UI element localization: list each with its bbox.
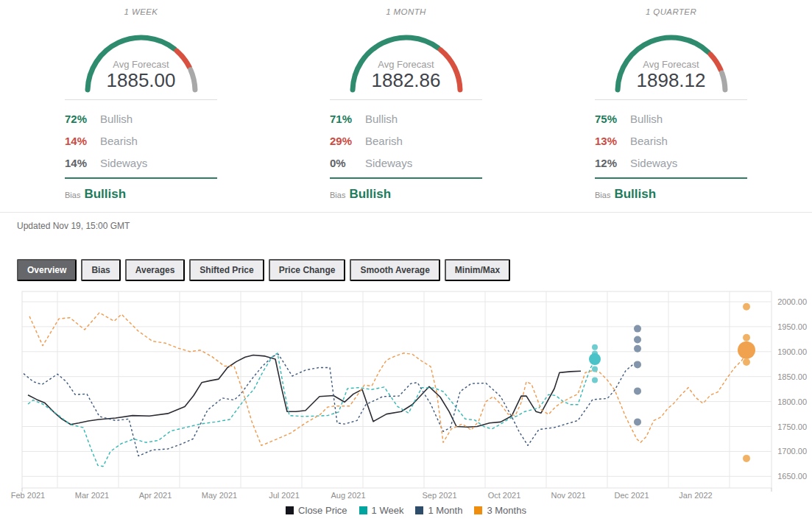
bias-value: Bullish (614, 187, 656, 201)
svg-text:1950.00: 1950.00 (777, 322, 807, 331)
bearish-row: 29% Bearish (330, 130, 482, 152)
gauge-wrap: Avg Forecast 1882.86 (333, 20, 480, 95)
forecast-poll-widget: 1 WEEK Avg Forecast 1885.00 72% Bullish … (0, 0, 812, 524)
sideways-label: Sideways (100, 157, 147, 169)
series-1-week (28, 353, 594, 467)
tab-price-change[interactable]: Price Change (269, 259, 346, 281)
sideways-percent: 0% (330, 157, 365, 169)
forecast-chart: 2000.001950.001900.001850.001800.001750.… (0, 287, 812, 505)
sideways-row: 14% Sideways (65, 152, 217, 174)
chart-legend: Close Price 1 Week 1 Month 3 Months (0, 505, 812, 516)
svg-text:Jul 2021: Jul 2021 (269, 491, 300, 500)
bullish-row: 72% Bullish (65, 107, 217, 130)
bearish-label: Bearish (365, 135, 403, 147)
legend-label: Close Price (298, 505, 347, 516)
forecast-cards: 1 WEEK Avg Forecast 1885.00 72% Bullish … (0, 7, 812, 202)
bearish-label: Bearish (630, 135, 668, 147)
bullish-label: Bullish (100, 113, 133, 125)
bullish-percent: 71% (330, 113, 365, 125)
tab-shifted-price[interactable]: Shifted Price (189, 259, 264, 281)
svg-text:2000.00: 2000.00 (777, 297, 807, 306)
card-divider (595, 99, 747, 100)
sideways-percent: 14% (65, 157, 100, 169)
scatter-1-week-forecasts (589, 344, 601, 383)
svg-text:Mar 2021: Mar 2021 (75, 491, 109, 500)
legend-label: 3 Months (487, 505, 526, 516)
sideways-row: 0% Sideways (330, 152, 482, 174)
bearish-percent: 29% (330, 135, 365, 147)
svg-text:1800.00: 1800.00 (777, 397, 807, 406)
avg-forecast-label: Avg Forecast (333, 59, 480, 70)
sideways-label: Sideways (365, 157, 412, 169)
sentiment-stats: 71% Bullish 29% Bearish 0% Sideways (330, 107, 482, 174)
svg-text:Sep 2021: Sep 2021 (422, 491, 456, 500)
scatter-1-month-forecasts (634, 325, 641, 426)
legend-label: 1 Month (428, 505, 462, 516)
sideways-label: Sideways (630, 157, 677, 169)
bias-value: Bullish (84, 187, 126, 201)
forecast-card-1-quarter: 1 QUARTER Avg Forecast 1898.12 75% Bulli… (595, 7, 747, 202)
svg-text:Apr 2021: Apr 2021 (139, 491, 172, 500)
bias-row: BiasBullish (330, 187, 482, 202)
bias-value: Bullish (349, 187, 391, 201)
legend-item-3-months[interactable]: 3 Months (474, 505, 526, 516)
forecast-card-1-week: 1 WEEK Avg Forecast 1885.00 72% Bullish … (65, 7, 217, 202)
bullish-row: 71% Bullish (330, 107, 482, 130)
bearish-percent: 13% (595, 135, 630, 147)
one-week-swatch-icon (359, 506, 367, 514)
bias-label: Bias (595, 191, 610, 199)
svg-text:Nov 2021: Nov 2021 (551, 491, 585, 500)
svg-text:1750.00: 1750.00 (777, 422, 807, 431)
bearish-row: 13% Bearish (595, 130, 747, 152)
svg-text:May 2021: May 2021 (202, 491, 237, 500)
gauge-wrap: Avg Forecast 1898.12 (598, 20, 745, 95)
svg-text:1900.00: 1900.00 (777, 347, 807, 356)
tab-averages[interactable]: Averages (125, 259, 186, 281)
sentiment-stats: 75% Bullish 13% Bearish 12% Sideways (595, 107, 747, 174)
updated-timestamp: Updated Nov 19, 15:00 GMT (17, 221, 130, 231)
avg-forecast-value: 1885.00 (68, 69, 215, 92)
tab-minim-max[interactable]: Minim/Max (445, 259, 510, 281)
sideways-row: 12% Sideways (595, 152, 747, 174)
bullish-percent: 75% (595, 113, 630, 125)
card-divider (65, 99, 217, 100)
avg-forecast-label: Avg Forecast (68, 59, 215, 70)
one-month-swatch-icon (415, 506, 423, 514)
forecast-card-1-month: 1 MONTH Avg Forecast 1882.86 71% Bullish… (330, 7, 482, 202)
bullish-label: Bullish (365, 113, 398, 125)
three-months-swatch-icon (474, 506, 482, 514)
bias-rule (65, 177, 217, 179)
section-divider (0, 212, 812, 213)
bias-row: BiasBullish (65, 187, 217, 202)
legend-item-close-price[interactable]: Close Price (286, 505, 347, 516)
bearish-row: 14% Bearish (65, 130, 217, 152)
card-divider (330, 99, 482, 100)
tab-bias[interactable]: Bias (81, 259, 120, 281)
svg-text:1650.00: 1650.00 (777, 472, 807, 481)
svg-text:Jan 2022: Jan 2022 (679, 491, 712, 500)
card-period-title: 1 MONTH (330, 7, 482, 16)
card-period-title: 1 QUARTER (595, 7, 747, 16)
svg-text:Dec 2021: Dec 2021 (614, 491, 649, 500)
legend-item-1-week[interactable]: 1 Week (359, 505, 404, 516)
gauge-wrap: Avg Forecast 1885.00 (68, 20, 215, 95)
sideways-percent: 12% (595, 157, 630, 169)
avg-forecast-value: 1898.12 (598, 69, 745, 92)
close-price-swatch-icon (286, 506, 294, 514)
bullish-row: 75% Bullish (595, 107, 747, 130)
svg-text:1850.00: 1850.00 (777, 372, 807, 381)
svg-text:1700.00: 1700.00 (777, 447, 807, 456)
bearish-percent: 14% (65, 135, 100, 147)
tab-overview[interactable]: Overview (17, 259, 77, 281)
bias-row: BiasBullish (595, 187, 747, 202)
tab-smooth-average[interactable]: Smooth Average (350, 259, 439, 281)
chart-grid (22, 291, 772, 492)
svg-text:Feb 2021: Feb 2021 (11, 491, 45, 500)
card-period-title: 1 WEEK (65, 7, 217, 16)
x-axis-labels: Feb 2021Mar 2021Apr 2021May 2021Jul 2021… (11, 491, 713, 500)
legend-label: 1 Week (372, 505, 404, 516)
bullish-percent: 72% (65, 113, 100, 125)
bias-label: Bias (330, 191, 345, 199)
bearish-label: Bearish (100, 135, 138, 147)
legend-item-1-month[interactable]: 1 Month (415, 505, 462, 516)
